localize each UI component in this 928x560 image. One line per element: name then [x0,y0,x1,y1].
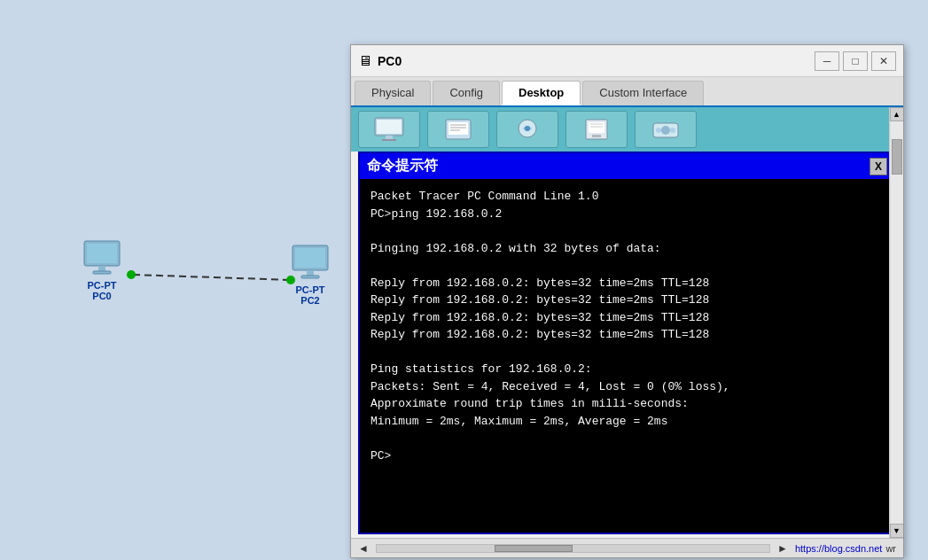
svg-rect-10 [301,276,319,278]
svg-rect-26 [592,135,601,137]
pc2-icon [289,244,331,283]
window-title: PC0 [378,54,402,68]
pc2-label1: PC-PT [296,284,325,295]
cmd-line-4: Pinging 192.168.0.2 with 32 bytes of dat… [370,240,884,258]
scroll-right-arrow[interactable]: ► [777,542,788,555]
svg-rect-5 [98,266,105,271]
tab-config[interactable]: Config [433,81,500,105]
cmd-line-5 [370,257,884,275]
desktop-icon-4[interactable] [565,111,628,148]
main-content-inner: 命令提示符 X Packet Tracer PC Command Line 1.… [351,107,903,538]
cmd-line-16: PC> [370,447,884,465]
minimize-button[interactable]: ─ [815,51,839,71]
horizontal-scrollbar[interactable] [376,544,770,553]
tab-desktop[interactable]: Desktop [502,81,581,105]
scroll-down-arrow[interactable]: ▼ [890,524,904,538]
desktop-icon-1[interactable] [358,111,420,148]
scroll-track[interactable] [891,121,903,524]
pt-window: 🖥 PC0 ─ □ ✕ Physical Config Desktop Cust… [350,44,904,558]
cmd-line-6: Reply from 192.168.0.2: bytes=32 time=2m… [370,275,884,292]
tab-custom-interface[interactable]: Custom Interface [582,81,704,105]
scroll-up-arrow[interactable]: ▲ [890,107,904,121]
desktop-icon-2[interactable] [427,111,489,148]
tab-physical[interactable]: Physical [355,81,431,105]
cmd-close-button[interactable]: X [870,158,887,175]
wr-label: wr [885,543,896,554]
cmd-line-12: Packets: Sent = 4, Received = 4, Lost = … [370,378,884,396]
window-icon: 🖥 [358,53,372,69]
pc0-icon [81,239,123,278]
cmd-line-7: Reply from 192.168.0.2: bytes=32 time=2m… [370,292,884,309]
pc2-label2: PC2 [300,295,319,306]
tab-bar: Physical Config Desktop Custom Interface [351,77,903,107]
svg-point-21 [525,126,530,131]
cmd-line-2: PC>ping 192.168.0.2 [370,206,884,223]
scroll-thumb[interactable] [892,139,902,175]
horizontal-scroll-thumb[interactable] [495,545,573,552]
svg-rect-8 [295,248,325,268]
svg-rect-12 [377,120,402,134]
cmd-body[interactable]: Packet Tracer PC Command Line 1.0 PC>pin… [360,179,894,533]
cmd-window: 命令提示符 X Packet Tracer PC Command Line 1.… [358,152,896,534]
svg-rect-16 [448,122,468,135]
cmd-line-11: Ping statistics for 192.168.0.2: [370,361,884,378]
cmd-line-14: Minimum = 2ms, Maximum = 2ms, Average = … [370,413,884,431]
cmd-line-8: Reply from 192.168.0.2: bytes=32 time=2m… [370,309,884,327]
close-button[interactable]: ✕ [871,51,896,71]
pc2-node[interactable]: PC-PT PC2 [279,244,341,306]
pc0-label1: PC-PT [88,280,117,291]
icon-svg-5 [650,116,682,143]
content-area: 命令提示符 X Packet Tracer PC Command Line 1.… [351,107,903,538]
bottom-left: ◄ [358,542,369,555]
cmd-line-1: Packet Tracer PC Command Line 1.0 [370,188,884,206]
cmd-title-bar: 命令提示符 X [360,153,894,179]
cmd-line-10 [370,344,884,362]
svg-point-28 [661,126,670,135]
vertical-scrollbar[interactable]: ▲ ▼ [889,107,903,538]
maximize-button[interactable]: □ [843,51,868,71]
cmd-line-13: Approximate round trip times in milli-se… [370,395,884,413]
title-bar: 🖥 PC0 ─ □ ✕ [351,45,903,77]
svg-rect-9 [307,270,314,276]
desktop-icon-5[interactable] [635,111,697,148]
svg-rect-14 [382,139,396,141]
icon-svg-2 [442,116,474,143]
svg-point-30 [670,128,675,133]
desktop-strip [351,107,903,152]
cmd-line-15 [370,430,884,447]
title-left: 🖥 PC0 [358,53,402,69]
svg-rect-4 [87,244,117,263]
icon-svg-1 [373,116,405,143]
pc0-label2: PC0 [92,291,111,301]
icon-svg-4 [581,116,612,143]
svg-line-0 [133,275,292,280]
svg-rect-13 [386,136,393,139]
svg-point-29 [656,128,661,133]
window-controls: ─ □ ✕ [815,51,896,71]
icon-svg-3 [511,116,543,143]
cmd-line-3 [370,222,884,240]
desktop-icon-3[interactable] [496,111,558,148]
scroll-left-arrow[interactable]: ◄ [358,542,369,555]
cmd-title-text: 命令提示符 [367,157,438,175]
cmd-line-9: Reply from 192.168.0.2: bytes=32 time=2m… [370,326,884,344]
bottom-bar: ◄ ► https://blog.csdn.net wr [351,538,903,557]
url-label: https://blog.csdn.net [795,543,882,554]
svg-rect-6 [93,271,111,274]
pc0-node[interactable]: PC-PT PC0 [71,239,133,301]
